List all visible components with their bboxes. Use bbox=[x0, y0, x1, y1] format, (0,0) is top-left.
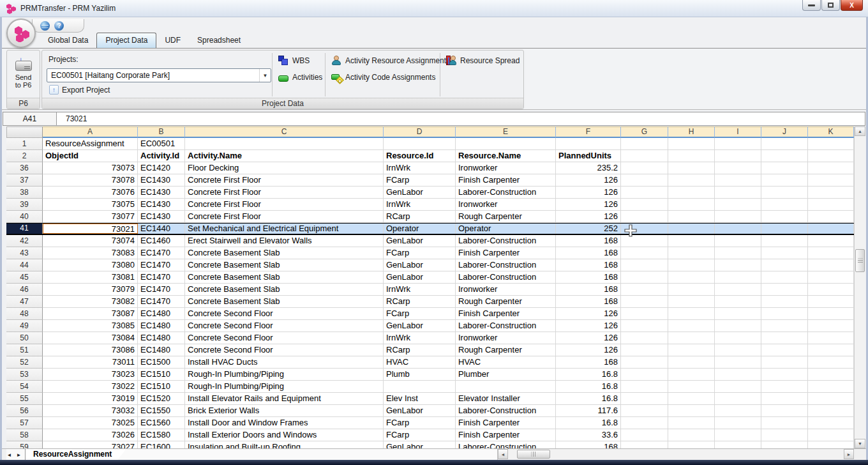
cell-F48[interactable]: 126 bbox=[556, 308, 621, 320]
tab-global-data[interactable]: Global Data bbox=[40, 33, 96, 48]
cell-C47[interactable]: Concrete Basement Slab bbox=[185, 296, 384, 308]
cell-H53[interactable] bbox=[668, 369, 715, 381]
row-header-44[interactable]: 44 bbox=[6, 259, 43, 271]
cell-E57[interactable]: Finish Carpenter bbox=[456, 417, 556, 429]
cell-I46[interactable] bbox=[715, 284, 761, 296]
cell-I51[interactable] bbox=[715, 344, 761, 356]
cell-F53[interactable]: 16.8 bbox=[556, 369, 621, 381]
cell-J47[interactable] bbox=[761, 296, 808, 308]
cell-H50[interactable] bbox=[668, 332, 715, 344]
cell-F2[interactable]: PlannedUnits bbox=[556, 150, 621, 162]
cell-I58[interactable] bbox=[715, 429, 761, 441]
cell-C43[interactable]: Concrete Basement Slab bbox=[185, 247, 384, 259]
cell-G44[interactable] bbox=[621, 259, 668, 271]
cell-H46[interactable] bbox=[668, 284, 715, 296]
cell-G56[interactable] bbox=[621, 405, 668, 417]
cell-H54[interactable] bbox=[668, 381, 715, 393]
cell-D2[interactable]: Resource.Id bbox=[384, 150, 456, 162]
cell-name-box[interactable]: A41 bbox=[3, 112, 57, 125]
cell-A2[interactable]: ObjectId bbox=[43, 150, 138, 162]
cell-E55[interactable]: Elevator Installer bbox=[456, 393, 556, 405]
select-all-corner[interactable] bbox=[6, 126, 43, 138]
cell-K55[interactable] bbox=[808, 393, 854, 405]
cell-E43[interactable]: Finish Carpenter bbox=[456, 247, 556, 259]
cell-B56[interactable]: EC1550 bbox=[138, 405, 185, 417]
row-header-58[interactable]: 58 bbox=[6, 429, 43, 441]
cell-F58[interactable]: 33.6 bbox=[556, 429, 621, 441]
row-header-53[interactable]: 53 bbox=[6, 369, 43, 381]
cell-E54[interactable] bbox=[456, 381, 556, 393]
cell-G47[interactable] bbox=[621, 296, 668, 308]
cell-E36[interactable]: Ironworker bbox=[456, 162, 556, 174]
cell-A46[interactable]: 73079 bbox=[43, 284, 138, 296]
cell-B38[interactable]: EC1430 bbox=[138, 187, 185, 199]
help-icon[interactable]: ? bbox=[54, 21, 64, 31]
cell-H59[interactable] bbox=[668, 441, 715, 448]
cell-C40[interactable]: Concrete First Floor bbox=[185, 211, 384, 223]
cell-H44[interactable] bbox=[668, 259, 715, 271]
horizontal-scrollbar[interactable]: ◄ ► bbox=[498, 449, 854, 460]
cell-F56[interactable]: 117.6 bbox=[556, 405, 621, 417]
cell-K38[interactable] bbox=[808, 187, 854, 199]
cell-G52[interactable] bbox=[621, 356, 668, 369]
cell-G49[interactable] bbox=[621, 320, 668, 332]
cell-F42[interactable]: 168 bbox=[556, 235, 621, 247]
cell-D41[interactable]: Operator bbox=[384, 224, 456, 234]
cell-B58[interactable]: EC1580 bbox=[138, 429, 185, 441]
sheet-prev-button[interactable]: ◄ bbox=[4, 450, 14, 460]
row-header-59[interactable]: 59 bbox=[6, 441, 43, 448]
scroll-up-button[interactable]: ▲ bbox=[855, 126, 865, 136]
row-header-42[interactable]: 42 bbox=[6, 235, 43, 247]
cell-C54[interactable]: Rough-In Plumbing/Piping bbox=[185, 381, 384, 393]
cell-H56[interactable] bbox=[668, 405, 715, 417]
vertical-scroll-thumb[interactable] bbox=[855, 249, 865, 272]
cell-D55[interactable]: Elev Inst bbox=[384, 393, 456, 405]
cell-K56[interactable] bbox=[808, 405, 854, 417]
cell-B2[interactable]: Activity.Id bbox=[138, 150, 185, 162]
cell-C44[interactable]: Concrete Basement Slab bbox=[185, 259, 384, 271]
cell-C52[interactable]: Install HVAC Ducts bbox=[185, 356, 384, 369]
cell-F1[interactable] bbox=[556, 138, 621, 150]
cell-H57[interactable] bbox=[668, 417, 715, 429]
column-header-A[interactable]: A bbox=[43, 126, 138, 138]
cell-B44[interactable]: EC1470 bbox=[138, 259, 185, 271]
row-header-50[interactable]: 50 bbox=[6, 332, 43, 344]
cell-G53[interactable] bbox=[621, 369, 668, 381]
cell-C45[interactable]: Concrete Basement Slab bbox=[185, 271, 384, 284]
cell-A48[interactable]: 73087 bbox=[43, 308, 138, 320]
cell-C2[interactable]: Activity.Name bbox=[185, 150, 384, 162]
cell-K58[interactable] bbox=[808, 429, 854, 441]
cell-C39[interactable]: Concrete First Floor bbox=[185, 199, 384, 211]
cell-I1[interactable] bbox=[715, 138, 761, 150]
cell-J51[interactable] bbox=[761, 344, 808, 356]
cell-D48[interactable]: FCarp bbox=[384, 308, 456, 320]
cell-C50[interactable]: Concrete Second Floor bbox=[185, 332, 384, 344]
cell-E58[interactable]: Finish Carpenter bbox=[456, 429, 556, 441]
cell-A54[interactable]: 73022 bbox=[43, 381, 138, 393]
cell-G36[interactable] bbox=[621, 162, 668, 174]
cell-I45[interactable] bbox=[715, 271, 761, 284]
cell-J40[interactable] bbox=[761, 211, 808, 223]
cell-F52[interactable]: 168 bbox=[556, 356, 621, 369]
cell-K37[interactable] bbox=[808, 174, 854, 187]
cell-J48[interactable] bbox=[761, 308, 808, 320]
cell-C38[interactable]: Concrete First Floor bbox=[185, 187, 384, 199]
cell-A59[interactable]: 73027 bbox=[43, 441, 138, 448]
cell-A42[interactable]: 73074 bbox=[43, 235, 138, 247]
cell-F37[interactable]: 126 bbox=[556, 174, 621, 187]
cell-E59[interactable]: Laborer-Construction bbox=[456, 441, 556, 448]
cell-A45[interactable]: 73081 bbox=[43, 271, 138, 284]
cell-D37[interactable]: FCarp bbox=[384, 174, 456, 187]
cell-B46[interactable]: EC1470 bbox=[138, 284, 185, 296]
cell-E51[interactable]: Rough Carpenter bbox=[456, 344, 556, 356]
row-header-37[interactable]: 37 bbox=[6, 174, 43, 187]
cell-B55[interactable]: EC1520 bbox=[138, 393, 185, 405]
cell-G57[interactable] bbox=[621, 417, 668, 429]
cell-J36[interactable] bbox=[761, 162, 808, 174]
cell-D44[interactable]: GenLabor bbox=[384, 259, 456, 271]
cell-B42[interactable]: EC1460 bbox=[138, 235, 185, 247]
cell-B52[interactable]: EC1500 bbox=[138, 356, 185, 369]
cell-J44[interactable] bbox=[761, 259, 808, 271]
cell-K48[interactable] bbox=[808, 308, 854, 320]
cell-G51[interactable] bbox=[621, 344, 668, 356]
